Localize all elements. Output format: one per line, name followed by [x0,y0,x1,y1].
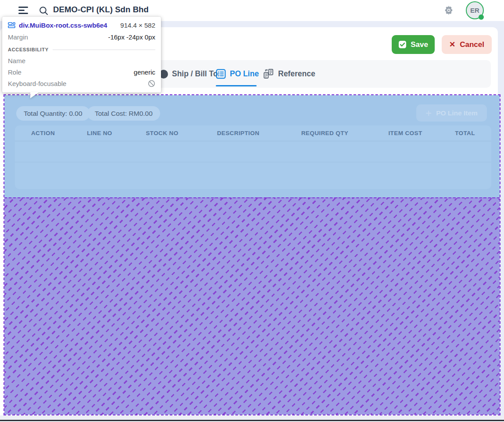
cancel-x-icon: ✕ [449,40,455,49]
col-description: DESCRIPTION [196,130,280,136]
tab-label: PO Line [230,69,259,79]
po-line-table-header: ACTION LINE NO STOCK NO DESCRIPTION REQU… [15,125,491,141]
not-allowed-icon [148,80,155,87]
col-line-no: LINE NO [71,130,128,136]
empty-table-row [15,162,491,183]
add-po-line-item-label: PO Line Item [436,109,478,117]
total-cost-text: Total Cost: RM0.00 [95,110,153,118]
company-title: DEMO-CPI (KL) Sdn Bhd [53,5,149,14]
col-required-qty: REQUIRED QTY [280,130,369,136]
plus-icon: + [425,108,432,118]
col-stock-no: STOCK NO [128,130,196,136]
devtools-inspect-tooltip: div.MuiBox-root.css-swb6e4 914.4 × 582 M… [2,17,161,93]
save-button-label: Save [411,40,428,49]
name-label: Name [8,57,25,64]
reference-docs-icon [263,68,274,79]
po-line-table: ACTION LINE NO STOCK NO DESCRIPTION REQU… [15,125,491,189]
empty-table-row [15,141,491,162]
section-divider [53,50,155,50]
accessibility-section-label: ACCESSIBILITY [8,47,49,52]
margin-label: Margin [8,33,28,41]
inspected-dimensions: 914.4 × 582 [120,21,155,29]
devtools-margin-highlight [4,197,500,415]
save-check-icon [398,40,407,49]
layout-grid-icon [8,22,15,29]
col-item-cost: ITEM COST [369,130,441,136]
col-action: ACTION [15,130,71,136]
margin-value: -16px -24px 0px [108,33,155,41]
cancel-button-label: Cancel [460,40,484,49]
role-label: Role [8,68,21,76]
hamburger-menu-icon[interactable] [18,7,28,14]
bottom-scrollbar-track[interactable] [0,415,504,420]
online-status-dot [479,14,484,20]
search-icon[interactable] [39,6,49,16]
po-line-list-icon [216,69,226,79]
devtools-content-highlight: Total Quantity: 0.00 Total Cost: RM0.00 … [4,95,500,197]
tab-po-line[interactable]: PO Line [216,60,259,88]
tab-ship-bill-to[interactable]: Ship / Bill To [159,60,218,88]
tab-reference[interactable]: Reference [263,60,315,88]
screenshot-root: DEMO-CPI (KL) Sdn Bhd ER Save ✕ Cancel [0,0,504,422]
total-quantity-text: Total Quantity: 0.00 [24,110,82,118]
tab-label: Ship / Bill To [172,69,218,79]
inspected-selector: div.MuiBox-root.css-swb6e4 [19,21,107,29]
devtools-highlight-region: Total Quantity: 0.00 Total Cost: RM0.00 … [4,94,500,415]
col-total: TOTAL [441,130,489,136]
add-po-line-item-button[interactable]: + PO Line Item [416,104,487,122]
settings-gear-icon[interactable] [443,5,454,16]
total-cost-chip: Total Cost: RM0.00 [87,106,160,121]
role-value: generic [134,68,155,76]
total-quantity-chip: Total Quantity: 0.00 [16,106,90,121]
active-tab-underline [216,85,257,87]
save-button[interactable]: Save [392,35,435,54]
keyboard-focusable-label: Keyboard-focusable [8,80,66,87]
avatar-initials: ER [470,7,479,14]
cancel-button[interactable]: ✕ Cancel [442,35,492,54]
tab-label: Reference [278,69,315,79]
